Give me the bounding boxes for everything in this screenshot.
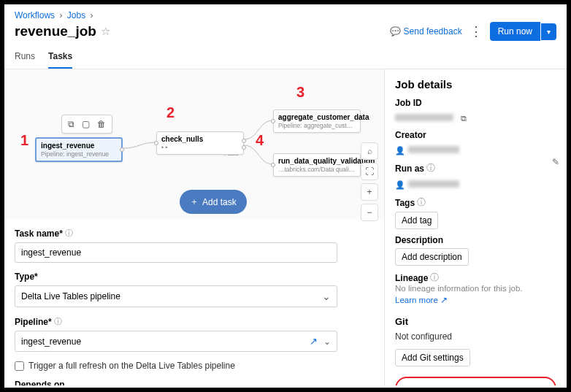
plus-icon: ＋ [190, 196, 199, 208]
external-link-icon: ↗ [440, 296, 448, 304]
depends-label: Depends on [15, 380, 374, 385]
annotation-1: 1 [20, 132, 28, 149]
chat-icon: 💬 [390, 26, 401, 36]
creator-label: Creator [395, 130, 556, 140]
info-icon[interactable]: ⓘ [426, 162, 435, 174]
node-check-nulls[interactable]: check_nulls • • [156, 131, 244, 155]
user-icon: 👤 [395, 146, 405, 155]
run-now-dropdown[interactable]: ▾ [541, 23, 556, 40]
port-out[interactable] [120, 147, 124, 152]
full-refresh-label: Trigger a full refresh on the Delta Live… [28, 361, 235, 371]
port-out-true[interactable] [242, 139, 246, 143]
run-now-button[interactable]: Run now [490, 22, 540, 41]
full-refresh-checkbox[interactable] [15, 361, 24, 371]
page-title: revenue_job [15, 23, 96, 39]
task-name-label: Task name*ⓘ [15, 228, 374, 239]
git-status: Not configured [395, 331, 556, 342]
node-ingest-revenue[interactable]: ingest_revenue Pipeline: ingest_revenue [35, 137, 123, 162]
add-task-button[interactable]: ＋ Add task [180, 190, 247, 214]
node-title: run_data_quality_validation [278, 157, 356, 165]
info-icon[interactable]: ⓘ [417, 196, 426, 209]
run-now-group: Run now▾ [490, 22, 556, 41]
titlebar: revenue_job ☆ 💬 Send feedback ⋮ Run now▾ [4, 22, 567, 47]
send-feedback-label: Send feedback [404, 26, 462, 36]
type-label: Type* [15, 272, 374, 282]
run-as-value: 👤 [395, 177, 556, 191]
tags-label: Tagsⓘ [395, 196, 556, 209]
add-description-button[interactable]: Add description [395, 248, 469, 266]
pipeline-label: Pipeline*ⓘ [15, 316, 374, 327]
run-as-label: Run asⓘ [395, 162, 556, 174]
node-run-data-quality[interactable]: run_data_quality_validation …tabricks.co… [273, 153, 361, 177]
breadcrumb-sep2: › [91, 10, 93, 20]
node-title: ingest_revenue [41, 142, 117, 150]
annotation-4: 4 [256, 132, 264, 149]
details-heading: Job details [395, 78, 556, 91]
node-sub: …tabricks.com/Data quality validation [278, 166, 356, 173]
breadcrumb-workflows[interactable]: Workflows [15, 10, 55, 20]
copy-icon[interactable]: ⧉ [68, 119, 74, 129]
left-panel: True False ⧉ ▢ 🗑 ingest_revenue Pipeline… [4, 69, 384, 385]
pencil-icon[interactable]: ✎ [552, 157, 559, 167]
send-feedback-link[interactable]: 💬 Send feedback [390, 26, 462, 36]
star-icon[interactable]: ☆ [101, 25, 110, 38]
app-root: Workflows › Jobs › revenue_job ☆ 💬 Send … [4, 4, 567, 388]
port-in[interactable] [271, 119, 275, 123]
breadcrumb: Workflows › Jobs › [4, 4, 567, 22]
port-out-false[interactable] [242, 145, 246, 150]
task-name-input[interactable]: ingest_revenue [15, 242, 337, 263]
pipeline-value: ingest_revenue [21, 337, 81, 347]
right-panel: ❯ Job details Job ID ⧉ Creator 👤 Run asⓘ… [384, 69, 567, 385]
job-id-label: Job ID [395, 98, 556, 108]
breadcrumb-sep: › [59, 10, 62, 20]
user-icon: 👤 [395, 180, 405, 189]
node-sub: • • [161, 144, 239, 151]
comment-icon[interactable]: ▢ [82, 119, 90, 129]
add-git-button[interactable]: Add Git settings [395, 349, 470, 366]
kebab-menu-icon[interactable]: ⋮ [470, 25, 483, 38]
tab-runs[interactable]: Runs [15, 47, 35, 69]
port-in[interactable] [271, 163, 275, 167]
full-refresh-row[interactable]: Trigger a full refresh on the Delta Live… [15, 361, 374, 371]
add-tag-button[interactable]: Add tag [395, 212, 438, 229]
git-heading: Git [395, 316, 556, 327]
schedules-panel: Schedules & Triggers Every day, next run… [395, 377, 556, 385]
creator-value: 👤 [395, 143, 556, 156]
tabs: Runs Tasks [4, 47, 567, 69]
node-sub: Pipeline: aggregate_customers [278, 122, 356, 129]
node-toolbar: ⧉ ▢ 🗑 [61, 115, 112, 134]
job-id-value: ⧉ [395, 111, 556, 124]
task-form: Task name*ⓘ ingest_revenue Type* Delta L… [4, 228, 384, 385]
tab-tasks[interactable]: Tasks [48, 47, 72, 69]
chevron-down-icon[interactable]: ⌄ [323, 337, 331, 347]
trash-icon[interactable]: 🗑 [97, 119, 106, 129]
node-title: aggregate_customer_data [278, 113, 356, 121]
node-aggregate-customer[interactable]: aggregate_customer_data Pipeline: aggreg… [273, 109, 361, 133]
info-icon[interactable]: ⓘ [430, 272, 439, 284]
port-in[interactable] [154, 141, 158, 145]
body: True False ⧉ ▢ 🗑 ingest_revenue Pipeline… [4, 69, 567, 385]
zoom-out-icon[interactable]: − [361, 204, 378, 221]
pipeline-select[interactable]: ingest_revenue ↗⌄ [15, 331, 337, 352]
copy-icon[interactable]: ⧉ [461, 114, 467, 123]
lineage-text: No lineage information for this job. [395, 284, 556, 293]
learn-more-link[interactable]: Learn more ↗ [395, 296, 448, 304]
node-title: check_nulls [161, 135, 239, 143]
annotation-3: 3 [296, 84, 304, 101]
info-icon[interactable]: ⓘ [65, 228, 73, 239]
node-sub: Pipeline: ingest_revenue [41, 150, 117, 158]
fullscreen-icon[interactable]: ⛶ [361, 163, 378, 180]
lineage-label: Lineageⓘ [395, 272, 556, 284]
search-icon[interactable]: ⌕ [361, 142, 378, 160]
annotation-2: 2 [166, 104, 175, 121]
type-select[interactable]: Delta Live Tables pipeline [15, 285, 337, 307]
add-task-label: Add task [202, 197, 237, 207]
zoom-in-icon[interactable]: + [361, 183, 378, 201]
external-link-icon[interactable]: ↗ [310, 336, 318, 347]
task-canvas[interactable]: True False ⧉ ▢ 🗑 ingest_revenue Pipeline… [4, 69, 384, 219]
desc-label: Description [395, 235, 556, 245]
canvas-tools: ⌕ ⛶ + − [361, 142, 378, 221]
breadcrumb-jobs[interactable]: Jobs [67, 10, 85, 20]
info-icon[interactable]: ⓘ [54, 316, 62, 327]
